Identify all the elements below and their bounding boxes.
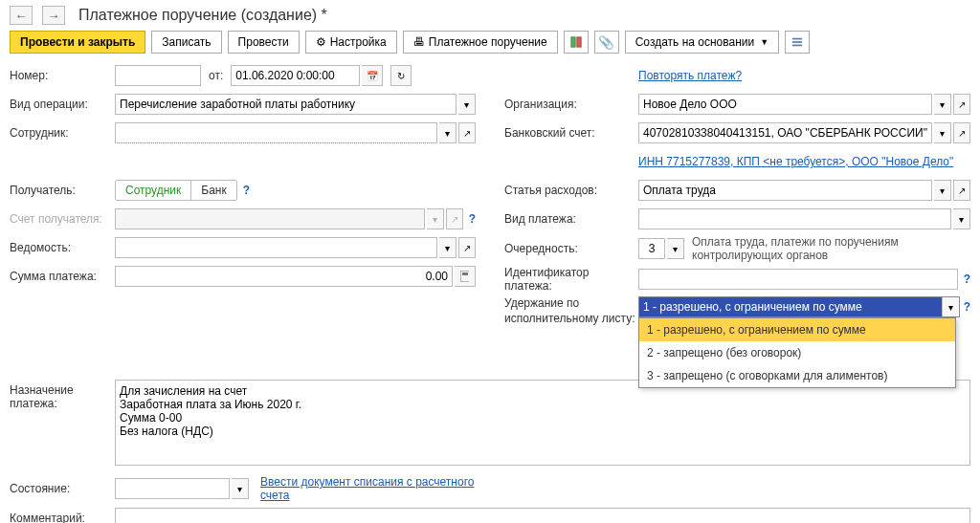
recipient-account-input <box>115 208 425 229</box>
recipient-toggle: Сотрудник Банк <box>115 180 237 201</box>
create-based-button[interactable]: Создать на основании ▼ <box>625 31 779 54</box>
recipient-label: Получатель: <box>10 184 115 197</box>
printer-icon: 🖶 <box>413 35 425 49</box>
svg-rect-0 <box>571 37 575 47</box>
payment-type-input[interactable] <box>638 208 951 229</box>
priority-desc: Оплата труда, платежи по поручениям конт… <box>692 235 970 262</box>
write-button[interactable]: Записать <box>151 31 221 54</box>
state-dropdown[interactable]: ▾ <box>232 478 249 499</box>
op-type-label: Вид операции: <box>10 98 115 111</box>
comment-input[interactable] <box>115 508 970 523</box>
state-label: Состояние: <box>10 482 115 495</box>
svg-rect-1 <box>577 37 581 47</box>
amount-input[interactable] <box>115 266 453 287</box>
print-button[interactable]: 🖶 Платежное поручение <box>403 31 558 54</box>
help-icon[interactable]: ? <box>243 184 250 197</box>
post-button[interactable]: Провести <box>228 31 300 54</box>
recipient-account-dropdown: ▾ <box>427 208 444 229</box>
register-label: Ведомость: <box>10 241 115 254</box>
bank-acc-input[interactable] <box>638 122 932 143</box>
expense-label: Статья расходов: <box>504 184 638 197</box>
comment-label: Комментарий: <box>10 512 115 523</box>
enter-writeoff-link[interactable]: Ввести документ списания с расчетного сч… <box>260 475 498 502</box>
debit-credit-button[interactable] <box>564 31 589 54</box>
svg-rect-3 <box>792 41 802 43</box>
payment-id-label: Идентификатор платежа: <box>504 266 638 293</box>
svg-rect-4 <box>792 45 802 47</box>
toggle-employee[interactable]: Сотрудник <box>116 181 190 200</box>
expense-input[interactable] <box>638 180 932 201</box>
employee-input[interactable] <box>115 122 437 143</box>
op-type-dropdown[interactable]: ▾ <box>458 94 476 115</box>
bank-acc-label: Банковский счет: <box>504 126 638 140</box>
svg-rect-6 <box>462 272 468 275</box>
calendar-icon: 📅 <box>367 71 378 81</box>
payment-id-input[interactable] <box>638 269 958 290</box>
org-open[interactable]: ↗ <box>953 94 970 115</box>
date-input[interactable] <box>231 65 360 86</box>
employee-dropdown[interactable]: ▾ <box>439 122 457 143</box>
org-label: Организация: <box>504 98 638 111</box>
nav-back-button[interactable]: ← <box>10 6 33 25</box>
register-input[interactable] <box>115 237 437 258</box>
calendar-button[interactable]: 📅 <box>362 65 383 86</box>
recipient-account-open: ↗ <box>446 208 463 229</box>
number-label: Номер: <box>10 69 115 82</box>
number-input[interactable] <box>115 65 201 86</box>
payment-type-dropdown[interactable]: ▾ <box>953 208 970 229</box>
toggle-bank[interactable]: Банк <box>190 181 235 200</box>
list-button[interactable] <box>785 31 810 54</box>
employee-label: Сотрудник: <box>10 126 115 140</box>
register-open[interactable]: ↗ <box>458 237 476 258</box>
expense-open[interactable]: ↗ <box>953 180 970 201</box>
help-icon[interactable]: ? <box>964 272 970 286</box>
org-dropdown[interactable]: ▾ <box>934 94 951 115</box>
inn-link[interactable]: ИНН 7715277839, КПП <не требуется>, ООО … <box>638 155 953 168</box>
svg-rect-2 <box>792 38 802 40</box>
withholding-option-3[interactable]: 3 - запрещено (с оговорками для алименто… <box>639 364 955 387</box>
toolbar: Провести и закрыть Записать Провести ⚙ Н… <box>10 31 970 54</box>
priority-label: Очередность: <box>504 242 638 255</box>
withholding-option-1[interactable]: 1 - разрешено, с ограничением по сумме <box>639 318 955 341</box>
help-icon[interactable]: ? <box>469 212 476 226</box>
svg-rect-5 <box>460 271 469 282</box>
gear-icon: ⚙ <box>316 35 326 49</box>
calculator-button[interactable] <box>455 266 476 287</box>
amount-label: Сумма платежа: <box>10 270 115 283</box>
page-title: Платежное поручение (создание) * <box>78 7 327 24</box>
priority-input[interactable] <box>638 238 665 259</box>
expense-dropdown[interactable]: ▾ <box>934 180 951 201</box>
settings-button[interactable]: ⚙ Настройка <box>305 31 397 54</box>
repeat-payment-link[interactable]: Повторять платеж? <box>638 69 742 82</box>
chevron-down-icon: ▼ <box>760 37 768 47</box>
op-type-input[interactable] <box>115 94 457 115</box>
attach-button[interactable]: 📎 <box>594 31 619 54</box>
post-and-close-button[interactable]: Провести и закрыть <box>10 31 145 54</box>
paperclip-icon: 📎 <box>598 35 614 50</box>
nav-forward-button[interactable]: → <box>42 6 65 25</box>
state-input[interactable] <box>115 478 230 499</box>
withholding-dropdown-list: 1 - разрешено, с ограничением по сумме 2… <box>638 317 956 388</box>
priority-dropdown[interactable]: ▾ <box>667 238 684 259</box>
withholding-select[interactable]: 1 - разрешено, с ограничением по сумме ▾ <box>638 296 960 317</box>
purpose-label: Назначение платежа: <box>10 380 115 410</box>
purpose-textarea[interactable] <box>115 380 970 466</box>
withholding-dropdown-button[interactable]: ▾ <box>942 296 959 317</box>
register-dropdown[interactable]: ▾ <box>439 237 457 258</box>
date-label: от: <box>209 69 223 82</box>
bank-acc-dropdown[interactable]: ▾ <box>934 122 951 143</box>
help-icon[interactable]: ? <box>964 300 970 314</box>
payment-type-label: Вид платежа: <box>504 212 638 226</box>
withholding-label: Удержание по исполнительному листу: <box>504 296 638 326</box>
org-input[interactable] <box>638 94 932 115</box>
calculator-icon <box>460 271 469 282</box>
bank-acc-open[interactable]: ↗ <box>953 122 970 143</box>
withholding-option-2[interactable]: 2 - запрещено (без оговорок) <box>639 341 955 364</box>
recipient-account-label: Счет получателя: <box>10 212 115 226</box>
employee-open[interactable]: ↗ <box>458 122 476 143</box>
refresh-button[interactable]: ↻ <box>390 65 412 86</box>
